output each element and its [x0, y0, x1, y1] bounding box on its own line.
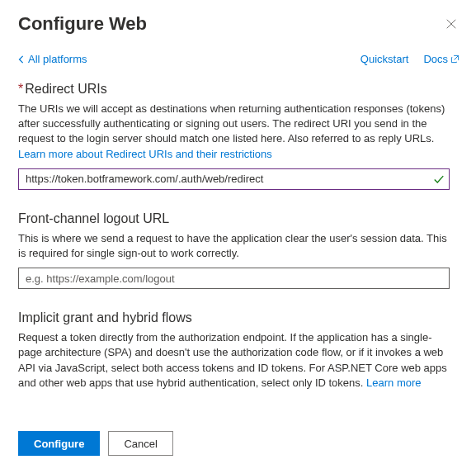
redirect-uri-input[interactable]	[18, 168, 450, 190]
logout-url-heading: Front-channel logout URL	[18, 211, 450, 226]
logout-url-section: Front-channel logout URL This is where w…	[18, 211, 450, 289]
footer: Configure Cancel	[0, 421, 476, 469]
implicit-learn-more-link[interactable]: Learn more	[366, 377, 421, 389]
external-link-icon	[450, 54, 460, 64]
implicit-grant-desc: Request a token directly from the author…	[18, 330, 450, 391]
quickstart-link[interactable]: Quickstart	[361, 53, 409, 65]
redirect-learn-more-link[interactable]: Learn more about Redirect URIs and their…	[18, 148, 272, 160]
configure-button[interactable]: Configure	[18, 431, 100, 456]
docs-label: Docs	[423, 53, 448, 65]
page-title: Configure Web	[18, 13, 147, 35]
redirect-uris-desc: The URIs we will accept as destinations …	[18, 102, 450, 162]
back-all-platforms-link[interactable]: All platforms	[18, 53, 87, 65]
check-icon	[433, 173, 445, 185]
back-label: All platforms	[28, 53, 87, 65]
implicit-grant-section: Implicit grant and hybrid flows Request …	[18, 310, 450, 391]
required-star: *	[18, 82, 23, 96]
implicit-grant-heading: Implicit grant and hybrid flows	[18, 310, 450, 325]
redirect-uris-heading: *Redirect URIs	[18, 82, 450, 97]
chevron-left-icon	[18, 55, 25, 64]
docs-link[interactable]: Docs	[423, 53, 460, 65]
redirect-uris-section: *Redirect URIs The URIs we will accept a…	[18, 82, 450, 190]
logout-url-input[interactable]	[18, 268, 450, 289]
logout-url-desc: This is where we send a request to have …	[18, 231, 450, 261]
close-icon	[445, 18, 457, 30]
close-button[interactable]	[443, 16, 460, 32]
scroll-region[interactable]: *Redirect URIs The URIs we will accept a…	[18, 82, 460, 469]
cancel-button[interactable]: Cancel	[108, 431, 172, 456]
